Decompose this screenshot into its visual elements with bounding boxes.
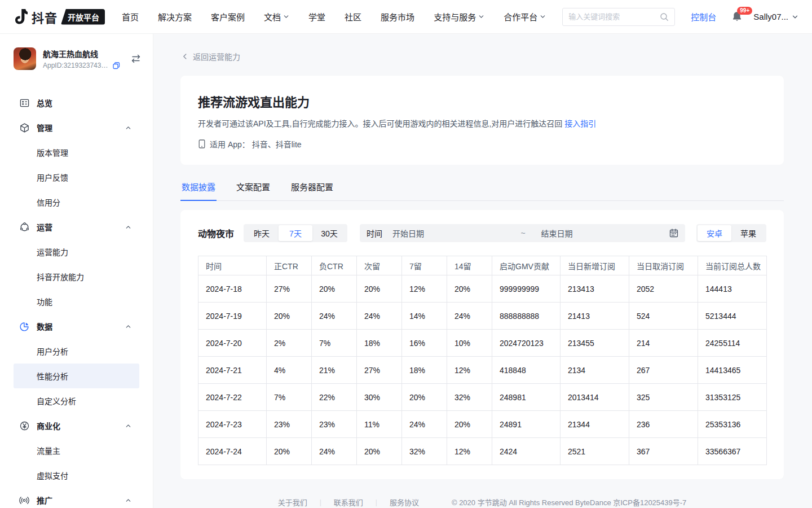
table-cell: 12% (447, 357, 492, 384)
sidebar-item-3[interactable]: 用户反馈 (14, 165, 139, 190)
sidebar-item-11[interactable]: 性能分析 (14, 364, 139, 388)
table-cell: 236 (629, 411, 698, 438)
nav-item-8[interactable]: 合作平台 (504, 11, 546, 23)
table-cell: 999999999 (492, 275, 561, 303)
start-date-input[interactable]: 开始日期 (392, 227, 520, 239)
table-cell: 11% (357, 411, 402, 438)
data-card: 动物夜市 昨天7天30天 时间 开始日期 ~ 结束日期 (180, 210, 784, 479)
sidebar-item-12[interactable]: 自定义分析 (14, 388, 139, 413)
tab-2[interactable]: 服务器配置 (290, 178, 334, 201)
sidebar-item-label: 版本管理 (37, 147, 68, 158)
nav-item-4[interactable]: 学堂 (308, 11, 325, 23)
nav-item-label: 社区 (345, 11, 361, 23)
table-row-2: 2024-7-202%7%18%16%10%202472012321345521… (198, 330, 767, 357)
sidebar-item-10[interactable]: 用户分析 (14, 339, 139, 364)
nav-item-6[interactable]: 服务市场 (381, 11, 414, 23)
notification-bell[interactable]: 99+ (731, 11, 743, 23)
table-cell: 21344 (561, 411, 629, 438)
table-cell: 2024-7-21 (198, 357, 267, 384)
sidebar-item-6[interactable]: 运营能力 (14, 239, 139, 264)
table-cell: 20% (357, 438, 402, 465)
period-option-0[interactable]: 昨天 (245, 225, 279, 241)
app-avatar[interactable] (14, 47, 36, 70)
chevron-down-icon (792, 14, 798, 20)
sidebar-item-8[interactable]: 功能 (14, 289, 139, 314)
sidebar-item-13[interactable]: 商业化 (14, 413, 139, 438)
footer-link-2[interactable]: 服务协议 (390, 497, 419, 507)
back-link[interactable]: 返回运营能力 (182, 51, 784, 62)
sidebar-item-5[interactable]: 运营 (14, 214, 139, 239)
sidebar-item-15[interactable]: 虚拟支付 (14, 463, 139, 488)
top-navbar: 抖音 开放平台 首页解决方案客户案例文档学堂社区服务市场支持与服务合作平台 控制… (0, 0, 812, 34)
search-icon[interactable] (660, 12, 669, 21)
table-cell: 24% (312, 303, 357, 330)
tab-1[interactable]: 文案配置 (235, 178, 271, 201)
footer-divider: | (376, 498, 377, 506)
chevron-up-icon[interactable] (125, 423, 131, 429)
table-cell: 367 (629, 438, 698, 465)
date-range-picker[interactable]: 时间 开始日期 ~ 结束日期 (360, 224, 685, 242)
table-cell: 23% (267, 411, 312, 438)
sidebar-item-1[interactable]: 管理 (14, 115, 139, 140)
nav-item-7[interactable]: 支持与服务 (434, 11, 484, 23)
chevron-up-icon[interactable] (125, 224, 131, 230)
sidebar-item-label: 商业化 (37, 420, 60, 431)
description-text: 开发者可通过该API及工具,自行完成能力接入。接入后可使用游戏内的相关进程信息,… (198, 119, 562, 128)
logo-text: 抖音 (32, 8, 58, 26)
table-cell: 888888888 (492, 303, 561, 330)
nav-item-2[interactable]: 客户案例 (211, 11, 245, 23)
nav-item-3[interactable]: 文档 (264, 11, 289, 23)
douyin-logo[interactable]: 抖音 开放平台 (14, 8, 105, 26)
sidebar-item-label: 功能 (37, 296, 52, 307)
sidebar-item-0[interactable]: 总览 (14, 90, 139, 115)
tab-0[interactable]: 数据披露 (180, 178, 217, 201)
table-cell: 20% (447, 411, 492, 438)
sidebar-item-16[interactable]: 推广 (14, 488, 139, 508)
nav-item-0[interactable]: 首页 (122, 11, 139, 23)
app-name: 航海王热血航线 (43, 48, 123, 59)
nav-item-label: 客户案例 (211, 11, 245, 23)
footer-link-0[interactable]: 关于我们 (278, 497, 307, 507)
console-link[interactable]: 控制台 (691, 11, 716, 23)
calendar-icon[interactable] (669, 229, 678, 238)
table-cell: 31353125 (698, 384, 767, 411)
back-link-label: 返回运营能力 (193, 51, 240, 62)
sidebar-item-9[interactable]: 数据 (14, 314, 139, 339)
user-menu[interactable]: Sally07... (753, 12, 798, 21)
copy-icon[interactable] (112, 62, 121, 70)
table-cell: 7% (312, 330, 357, 357)
nav-item-5[interactable]: 社区 (345, 11, 361, 23)
table-cell: 2024-7-22 (198, 384, 267, 411)
app-block: 航海王热血航线 AppID:32193237437... (0, 47, 153, 70)
chevron-up-icon[interactable] (125, 497, 131, 503)
username: Sally07... (753, 12, 788, 21)
table-cell: 18% (357, 330, 402, 357)
table-row-4: 2024-7-227%22%30%20%32%24898120134143253… (198, 384, 767, 411)
period-option-1[interactable]: 7天 (279, 225, 312, 241)
search-box[interactable] (562, 8, 675, 26)
switch-app-icon[interactable] (130, 54, 142, 63)
table-header-3: 次留 (357, 256, 402, 275)
table-cell: 2% (267, 330, 312, 357)
chevron-up-icon[interactable] (125, 125, 131, 131)
end-date-input[interactable]: 结束日期 (541, 227, 669, 239)
nav-item-1[interactable]: 解决方案 (158, 11, 192, 23)
table-cell: 2024-7-18 (198, 275, 267, 303)
table-header-4: 7留 (402, 256, 447, 275)
sidebar-item-2[interactable]: 版本管理 (14, 140, 139, 165)
platform-option-1[interactable]: 苹果 (731, 225, 765, 241)
search-input[interactable] (568, 12, 656, 21)
sidebar-item-7[interactable]: 抖音开放能力 (14, 264, 139, 289)
table-row-5: 2024-7-2323%23%11%24%20%2489121344236253… (198, 411, 767, 438)
sidebar-item-14[interactable]: 流量主 (14, 438, 139, 463)
table-row-3: 2024-7-214%21%27%18%12%41884821342671441… (198, 357, 767, 384)
platform-option-0[interactable]: 安卓 (698, 225, 731, 241)
table-cell: 20% (447, 275, 492, 303)
sidebar-item-4[interactable]: 信用分 (14, 190, 139, 214)
guide-link[interactable]: 接入指引 (564, 119, 596, 128)
sidebar: 航海王热血航线 AppID:32193237437... (0, 34, 153, 508)
chevron-up-icon[interactable] (125, 323, 131, 330)
page-description: 开发者可通过该API及工具,自行完成能力接入。接入后可使用游戏内的相关进程信息,… (198, 118, 766, 129)
footer-link-1[interactable]: 联系我们 (334, 497, 363, 507)
period-option-2[interactable]: 30天 (312, 225, 346, 241)
